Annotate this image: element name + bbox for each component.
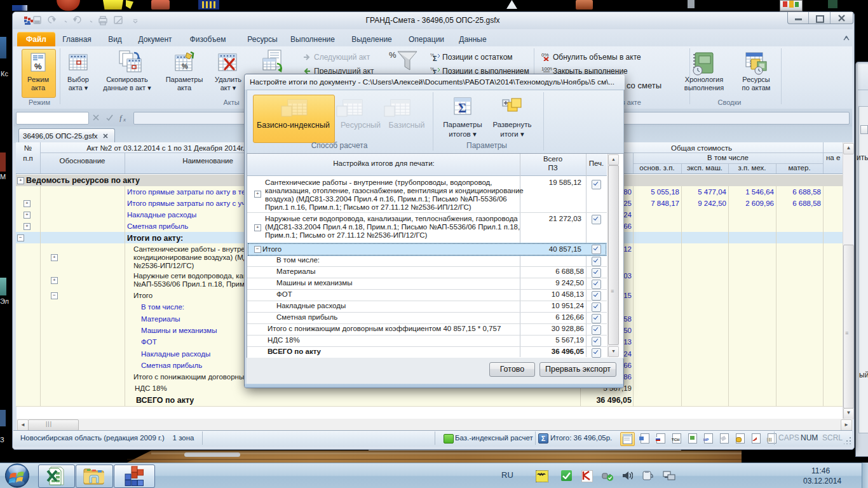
svg-text:Σ: Σ [433, 55, 437, 61]
svg-text:x: x [123, 116, 126, 122]
svg-text:0%: 0% [541, 52, 549, 58]
svg-text:%: % [34, 62, 42, 71]
svg-text:%: % [182, 62, 188, 70]
svg-text:100%: 100% [541, 66, 552, 72]
svg-text:Σ: Σ [458, 101, 466, 115]
